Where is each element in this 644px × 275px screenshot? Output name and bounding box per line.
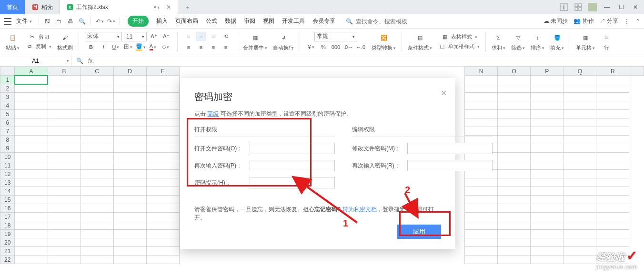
cell[interactable] — [498, 238, 531, 247]
cell[interactable] — [113, 136, 146, 144]
cell[interactable] — [465, 247, 498, 255]
cell[interactable] — [498, 178, 531, 187]
cell[interactable] — [113, 118, 146, 127]
cell[interactable] — [113, 238, 146, 247]
cell[interactable] — [146, 238, 179, 247]
cell[interactable] — [48, 84, 80, 93]
row-header[interactable]: 8 — [0, 136, 15, 144]
sync-status[interactable]: ☁ 未同步 — [543, 17, 568, 25]
name-box-input[interactable] — [0, 58, 71, 64]
row-header[interactable]: 6 — [0, 118, 15, 127]
cell[interactable] — [596, 238, 629, 247]
cell[interactable] — [531, 161, 564, 170]
cell[interactable] — [596, 178, 629, 187]
cell[interactable] — [596, 221, 629, 230]
cell[interactable] — [465, 93, 498, 101]
cell[interactable] — [80, 170, 113, 178]
cell[interactable] — [465, 196, 498, 204]
align-right-icon[interactable]: ≡ — [208, 42, 219, 52]
cell[interactable] — [80, 204, 113, 213]
redo-icon[interactable]: ↷ — [106, 17, 116, 26]
row-header[interactable]: 12 — [0, 170, 15, 178]
ribbon-tab-view[interactable]: 视图 — [263, 17, 274, 25]
password-hint-input[interactable] — [250, 177, 335, 188]
cell[interactable] — [80, 161, 113, 170]
cell[interactable] — [48, 118, 80, 127]
cell-style-button[interactable]: ▢单元格样式 — [438, 42, 480, 51]
col-header[interactable]: A — [15, 67, 48, 76]
row-header[interactable]: 19 — [0, 230, 15, 238]
cell[interactable] — [531, 84, 564, 93]
row-header[interactable]: 1 — [0, 76, 15, 84]
tab-file-active[interactable]: S 工作簿2.xlsx 🗝 ✕ — [60, 0, 178, 14]
tab-add-button[interactable]: ＋ — [178, 0, 197, 14]
cell[interactable] — [15, 238, 48, 247]
fx-cancel-icon[interactable]: 🔍 — [76, 58, 83, 64]
cell[interactable] — [146, 187, 179, 196]
cell[interactable] — [531, 221, 564, 230]
row-header[interactable]: 10 — [0, 153, 15, 161]
cell[interactable] — [146, 93, 179, 101]
cell[interactable] — [498, 221, 531, 230]
type-convert-button[interactable]: 🔀类型转换 — [370, 32, 398, 51]
cell[interactable] — [48, 144, 80, 153]
cell[interactable] — [531, 110, 564, 118]
ribbon-tab-data[interactable]: 数据 — [225, 17, 236, 25]
row-header[interactable]: 9 — [0, 144, 15, 153]
cell[interactable] — [15, 76, 48, 84]
cell[interactable] — [15, 230, 48, 238]
inc-decimal-icon[interactable]: .0→ — [343, 42, 353, 52]
cell[interactable] — [146, 170, 179, 178]
cell[interactable] — [531, 101, 564, 110]
cell[interactable] — [531, 255, 564, 264]
fill-color-button[interactable]: 🪣 — [135, 42, 146, 52]
sort-button[interactable]: ↕排序 — [529, 32, 546, 51]
cell[interactable] — [113, 84, 146, 93]
cell[interactable] — [498, 84, 531, 93]
align-top-icon[interactable]: ≡ — [183, 32, 194, 41]
cell[interactable] — [564, 101, 596, 110]
cell[interactable] — [113, 93, 146, 101]
cell[interactable] — [564, 238, 596, 247]
col-header[interactable]: B — [48, 67, 80, 76]
col-header[interactable]: N — [465, 67, 498, 76]
cell[interactable] — [498, 230, 531, 238]
cell[interactable] — [146, 84, 179, 93]
cell[interactable] — [48, 187, 80, 196]
cell[interactable] — [465, 84, 498, 93]
decrease-font-icon[interactable]: A⁻ — [161, 32, 171, 41]
copy-button[interactable]: ⧉复制 — [25, 42, 51, 51]
row-header[interactable]: 14 — [0, 187, 15, 196]
cell[interactable] — [531, 247, 564, 255]
name-box[interactable]: ▾ — [0, 55, 71, 66]
col-header[interactable]: R — [596, 67, 629, 76]
number-format-select[interactable]: 常规▾ — [314, 32, 357, 41]
cell[interactable] — [113, 221, 146, 230]
row-header[interactable]: 17 — [0, 213, 15, 221]
command-search[interactable]: 🔍 — [346, 18, 413, 25]
cell[interactable] — [48, 127, 80, 136]
row-header[interactable]: 4 — [0, 101, 15, 110]
cell[interactable] — [531, 213, 564, 221]
cell[interactable] — [564, 118, 596, 127]
cell[interactable] — [48, 213, 80, 221]
cell[interactable] — [146, 101, 179, 110]
layout-icon[interactable]: 1 — [559, 2, 569, 12]
cell[interactable] — [498, 136, 531, 144]
cond-format-button[interactable]: ▤条件格式 — [406, 32, 434, 51]
cell[interactable] — [596, 170, 629, 178]
percent-icon[interactable]: % — [318, 42, 329, 52]
cell[interactable] — [465, 204, 498, 213]
cell[interactable] — [48, 136, 80, 144]
cell[interactable] — [113, 153, 146, 161]
cell[interactable] — [498, 144, 531, 153]
cell[interactable] — [564, 93, 596, 101]
cell[interactable] — [113, 196, 146, 204]
col-header[interactable]: C — [80, 67, 113, 76]
cell[interactable] — [48, 247, 80, 255]
cell[interactable] — [498, 196, 531, 204]
cell[interactable] — [15, 255, 48, 264]
cell[interactable] — [15, 118, 48, 127]
save-icon[interactable]: 🖫 — [43, 17, 52, 26]
private-doc-link[interactable]: 转为私密文档 — [342, 206, 377, 213]
